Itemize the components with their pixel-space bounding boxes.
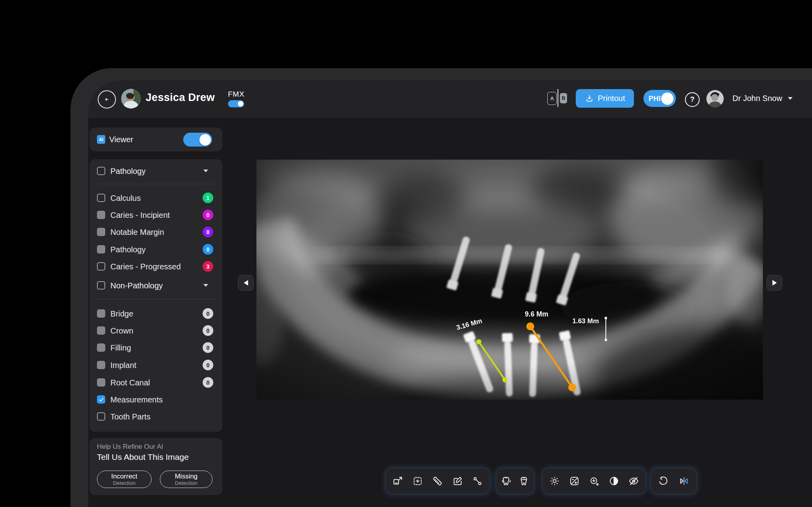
doctor-avatar[interactable] (706, 90, 724, 107)
check-icon (99, 397, 104, 402)
non-pathology-section-header[interactable]: Non-Pathology (89, 277, 222, 294)
filter-label: Root Canal (110, 378, 150, 387)
filter-row-notable-margin: Notable Margin 0 (89, 224, 222, 240)
filling-checkbox[interactable] (97, 343, 105, 352)
compare-b-button[interactable]: B (560, 93, 567, 103)
filter-row-measurements: Measurements (89, 391, 222, 408)
patient-name: Jessica Drew (146, 91, 215, 104)
chevron-down-icon[interactable] (203, 170, 208, 172)
area-select-button[interactable] (410, 473, 426, 489)
tooth-parts-checkbox[interactable] (97, 412, 105, 421)
divider (97, 299, 215, 299)
filter-label: Bridge (110, 309, 133, 318)
viewer-label: Viewer (109, 135, 133, 144)
count-badge: 0 (203, 377, 213, 388)
pathology-checkbox[interactable] (97, 167, 105, 175)
filter-row-implant: Implant 0 (89, 357, 222, 374)
patient-avatar[interactable] (121, 89, 141, 109)
chevron-down-icon[interactable] (203, 284, 208, 287)
section-label: Non-Pathology (110, 281, 163, 290)
count-badge: 0 (203, 360, 213, 370)
rotate-left-button[interactable] (656, 473, 672, 489)
doctor-menu[interactable]: Dr John Snow (732, 94, 793, 103)
section-label: Pathology (110, 167, 146, 176)
incorrect-detection-button[interactable]: Incorrect Detection (97, 471, 152, 488)
printout-button[interactable]: Printout (576, 89, 634, 108)
count-badge: 0 (203, 308, 213, 319)
contrast-button[interactable] (606, 473, 622, 489)
question-icon: ? (690, 95, 694, 104)
root-canal-checkbox[interactable] (97, 378, 105, 387)
measurements-checkbox[interactable] (97, 395, 105, 404)
phi-toggle-knob (661, 92, 674, 105)
measurement-yellow[interactable]: 3.16 Mm (455, 317, 508, 382)
filter-row-crown: Crown 0 (89, 322, 222, 339)
zoom-in-icon (589, 476, 600, 486)
measurement-orange[interactable]: 9.6 Mm (525, 310, 576, 391)
help-button[interactable]: ? (685, 92, 700, 107)
button-line1: Incorrect (111, 473, 137, 480)
ai-badge: AI (97, 135, 105, 144)
next-image-button[interactable] (766, 275, 782, 291)
count-badge: 0 (203, 227, 213, 237)
bridge-checkbox[interactable] (97, 309, 105, 318)
line-measure-icon (472, 476, 483, 486)
eye-off-icon (628, 476, 639, 486)
implant-checkbox[interactable] (97, 361, 105, 369)
crown-checkbox[interactable] (97, 326, 105, 335)
back-button[interactable] (98, 90, 116, 109)
edit-annotation-button[interactable] (450, 473, 465, 489)
pathology-item-checkbox[interactable] (97, 245, 105, 254)
ruler-icon (432, 476, 443, 486)
brightness-button[interactable] (546, 473, 562, 489)
rotate-left-icon (658, 476, 669, 486)
ruler-button[interactable] (430, 473, 446, 489)
caries-incipient-checkbox[interactable] (97, 211, 105, 219)
caries-progressed-checkbox[interactable] (97, 262, 105, 271)
area-select-icon (412, 476, 423, 486)
compare-divider (558, 89, 558, 107)
expand-image-button[interactable] (390, 473, 406, 489)
notable-margin-checkbox[interactable] (97, 228, 105, 236)
line-measure-button[interactable] (470, 473, 486, 489)
ai-feedback-card: Help Us Refine Our AI Tell Us About This… (89, 438, 222, 495)
compare-a-button[interactable]: A (547, 92, 557, 105)
feedback-subtitle: Help Us Refine Our AI (97, 443, 163, 451)
triangle-right-icon (772, 280, 778, 286)
tooth-crown-button[interactable] (516, 473, 532, 489)
ai-viewer-toggle[interactable] (183, 133, 212, 147)
filter-label: Caries - Incipient (110, 211, 170, 220)
arrow-left-icon (102, 95, 111, 104)
filter-row-caries-progressed: Caries - Progressed 3 (89, 258, 222, 275)
app-window: Jessica Drew FMX A B Printout PHI ? Dr J… (0, 0, 812, 507)
missing-detection-button[interactable]: Missing Detection (160, 471, 212, 488)
previous-image-button[interactable] (238, 275, 254, 291)
detection-filters-card: Pathology Calculus 1 Caries - Incipient … (89, 159, 222, 432)
hide-annotations-button[interactable] (626, 473, 641, 489)
filter-label: Crown (110, 326, 133, 335)
panoramic-xray-image: 3.16 Mm 9.6 Mm 1.63 Mm (256, 160, 763, 400)
pathology-section-header[interactable]: Pathology (89, 163, 222, 179)
phi-toggle[interactable]: PHI (643, 90, 676, 107)
patient-photo (121, 89, 141, 109)
exposure-button[interactable] (566, 473, 582, 489)
filter-row-calculus: Calculus 1 (89, 190, 222, 206)
non-pathology-checkbox[interactable] (97, 281, 105, 290)
calculus-checkbox[interactable] (97, 194, 105, 202)
filter-label: Pathology (110, 245, 146, 254)
filter-label: Measurements (110, 395, 163, 404)
zoom-in-button[interactable] (586, 473, 602, 489)
button-line1: Missing (175, 473, 198, 480)
filter-label: Calculus (110, 194, 141, 203)
doctor-name: Dr John Snow (732, 94, 782, 103)
filter-row-root-canal: Root Canal 0 (89, 374, 222, 391)
contrast-icon (609, 476, 619, 486)
fmx-toggle[interactable] (228, 100, 244, 107)
tooth-root-icon (501, 476, 512, 486)
chevron-down-icon (788, 97, 793, 100)
flip-horizontal-button[interactable] (676, 473, 692, 489)
tooth-root-button[interactable] (498, 473, 514, 489)
filter-row-filling: Filling 0 (89, 339, 222, 356)
fmx-toggle-knob (238, 101, 243, 107)
measurement-white[interactable]: 1.63 Mm (572, 317, 607, 341)
